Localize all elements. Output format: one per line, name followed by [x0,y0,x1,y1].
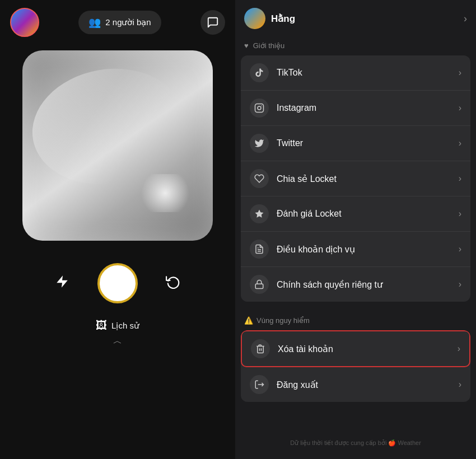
heart-icon: ♥ [244,41,249,50]
delete-account-chevron-icon: › [458,344,460,354]
logout-menu-item[interactable]: Đăng xuất › [241,367,470,402]
message-button[interactable] [200,10,225,35]
tiktok-menu-item[interactable]: TikTok › [241,55,470,91]
friends-button[interactable]: 👥 2 người bạn [78,11,161,34]
tiktok-icon-circle [250,63,269,82]
rotate-button[interactable] [166,274,180,293]
instagram-icon [254,103,264,113]
avatar-image [11,9,38,36]
right-panel: Hằng › ♥ Giới thiệu TikTok › [235,0,476,459]
twitter-label: Twitter [277,138,303,148]
avatar[interactable] [10,8,39,37]
privacy-icon-circle [250,275,269,294]
profile-header[interactable]: Hằng › [235,8,476,37]
message-icon [207,16,219,29]
social-menu-group: TikTok › Instagram › [241,55,470,302]
camera-view [22,50,213,241]
history-label: Lịch sử [111,321,139,331]
twitter-chevron-icon: › [459,138,461,148]
share-locket-menu-item[interactable]: Chia sẻ Locket › [241,161,470,196]
profile-name: Hằng [271,13,295,25]
rate-locket-chevron-icon: › [459,209,461,219]
flash-icon [55,274,69,289]
profile-left: Hằng [244,8,295,29]
svg-marker-0 [57,275,68,288]
danger-section: ⚠️ Vùng nguy hiểm Xóa tài khoản [235,313,476,404]
history-button[interactable]: 🖼 Lịch sử [96,319,139,332]
privacy-icon [254,279,264,289]
share-locket-icon [254,174,264,184]
danger-section-label: ⚠️ Vùng nguy hiểm [235,313,476,328]
tiktok-icon [254,68,264,78]
flash-button[interactable] [55,274,69,293]
logout-label: Đăng xuất [277,380,318,390]
twitter-icon-circle [250,134,269,153]
rate-locket-icon [254,209,264,219]
bottom-credit: Dữ liệu thời tiết được cung cấp bởi 🍎 We… [235,433,476,453]
camera-controls [55,263,180,303]
privacy-label: Chính sách quyền riêng tư [277,279,382,290]
tiktok-chevron-icon: › [459,68,461,78]
logout-icon-circle [250,375,269,394]
terms-icon [254,244,264,254]
danger-icon: ⚠️ [244,316,253,325]
left-panel: 👥 2 người bạn 🖼 Lịch sử [0,0,235,459]
share-locket-label: Chia sẻ Locket [277,174,337,184]
delete-account-icon [255,344,265,354]
share-locket-chevron-icon: › [459,174,461,184]
rate-locket-label: Đánh giá Locket [277,209,342,219]
privacy-menu-item[interactable]: Chính sách quyền riêng tư › [241,267,470,302]
friends-icon: 👥 [88,16,101,29]
chevron-down-icon: ︿ [113,335,122,347]
history-section: 🖼 Lịch sử ︿ [96,319,139,347]
svg-point-2 [258,106,261,110]
danger-menu-group: Xóa tài khoản › Đăng xuất › [241,330,470,402]
privacy-chevron-icon: › [459,279,461,289]
rate-locket-icon-circle [250,204,269,223]
delete-account-icon-circle [251,339,270,358]
instagram-icon-circle [250,99,269,118]
logout-icon [254,380,264,390]
top-bar: 👥 2 người bạn [0,0,235,45]
terms-icon-circle [250,240,269,259]
terms-chevron-icon: › [459,244,461,254]
profile-chevron-icon: › [464,13,467,25]
rate-locket-menu-item[interactable]: Đánh giá Locket › [241,196,470,232]
rotate-icon [166,274,180,289]
twitter-menu-item[interactable]: Twitter › [241,126,470,161]
intro-section-label: ♥ Giới thiệu [235,37,476,53]
svg-marker-4 [255,210,264,218]
delete-account-label: Xóa tài khoản [278,344,333,354]
twitter-icon [254,138,264,148]
instagram-label: Instagram [277,103,316,113]
terms-menu-item[interactable]: Điều khoản dịch vụ › [241,232,470,267]
camera-glare2 [137,174,194,212]
friends-label: 2 người bạn [105,17,151,27]
profile-avatar [244,8,265,29]
tiktok-label: TikTok [277,68,302,78]
svg-rect-7 [255,284,263,288]
svg-point-3 [261,105,262,106]
instagram-menu-item[interactable]: Instagram › [241,91,470,126]
instagram-chevron-icon: › [459,103,461,113]
history-icon: 🖼 [96,319,107,332]
shutter-button[interactable] [97,263,138,303]
svg-rect-1 [255,104,264,113]
logout-chevron-icon: › [459,380,461,390]
delete-account-menu-item[interactable]: Xóa tài khoản › [241,330,470,367]
terms-label: Điều khoản dịch vụ [277,244,355,255]
share-locket-icon-circle [250,169,269,188]
